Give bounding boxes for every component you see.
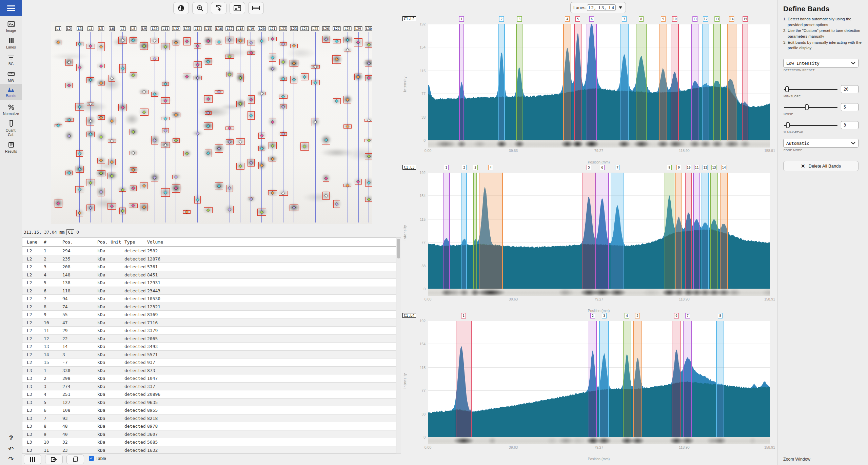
- band-region-3[interactable]: [599, 321, 609, 437]
- table-row[interactable]: L26118kDadetected23443: [22, 287, 396, 295]
- band-region-13[interactable]: [713, 24, 721, 140]
- lane-label[interactable]: L26: [322, 26, 330, 31]
- column-header[interactable]: Pos. Unit: [97, 238, 121, 247]
- lane-line[interactable]: [187, 32, 187, 222]
- redo-icon[interactable]: ↷: [0, 455, 22, 463]
- lane-line[interactable]: [58, 32, 58, 222]
- slider-thumb[interactable]: [805, 104, 809, 110]
- lane-label[interactable]: L5: [98, 26, 104, 31]
- table-row[interactable]: L33274kDadetected337: [22, 382, 396, 390]
- slider-track[interactable]: [784, 89, 837, 90]
- band-number-label[interactable]: 5: [587, 165, 591, 170]
- band-number-label[interactable]: 3: [602, 313, 607, 318]
- lane-line[interactable]: [240, 32, 240, 222]
- band-number-label[interactable]: 2: [462, 165, 467, 170]
- band-number-label[interactable]: 2: [499, 16, 504, 22]
- table-row[interactable]: L2794kDadetected10530: [22, 294, 396, 303]
- band-region-2[interactable]: [461, 173, 467, 289]
- lane-label[interactable]: L17: [226, 26, 234, 31]
- table-scrollbar[interactable]: [396, 237, 401, 454]
- lane-line[interactable]: [315, 32, 316, 222]
- band-region-1[interactable]: [443, 173, 450, 289]
- menu-icon[interactable]: [0, 0, 22, 16]
- band-region-5[interactable]: [633, 321, 642, 437]
- table-row[interactable]: L32298kDadetected1047: [22, 374, 396, 382]
- edge-mode-select[interactable]: Automatic: [783, 139, 859, 148]
- band-number-label[interactable]: 1: [459, 16, 464, 22]
- sidebar-item-bg[interactable]: BG: [0, 52, 22, 68]
- table-row[interactable]: L2874kDadetected12321: [22, 303, 396, 311]
- lane-line[interactable]: [144, 32, 144, 222]
- lane-label[interactable]: L11: [161, 26, 169, 31]
- band-number-label[interactable]: 14: [721, 165, 726, 170]
- lane-line[interactable]: [176, 32, 176, 222]
- chart-plot-area[interactable]: [428, 173, 770, 289]
- band-number-label[interactable]: 2: [590, 313, 595, 318]
- contrast-button[interactable]: [173, 2, 189, 14]
- slider-track[interactable]: [784, 125, 837, 126]
- lane-label[interactable]: L12: [172, 26, 180, 31]
- table-row[interactable]: L31032kDadetected5685: [22, 438, 396, 446]
- delete-all-bands-button[interactable]: ✕ Delete All Bands: [783, 161, 859, 171]
- gel-image-canvas[interactable]: L1L2L3L4L5L6L7L8L9L10L11L12L13L14L15L16L…: [51, 22, 372, 224]
- lane-line[interactable]: [219, 32, 219, 222]
- pan-button[interactable]: [211, 2, 226, 14]
- band-region-2[interactable]: [498, 24, 505, 140]
- lane-label[interactable]: L4: [87, 26, 93, 31]
- band-region-15[interactable]: [742, 24, 748, 140]
- lane-label[interactable]: L24: [301, 26, 309, 31]
- lane-label[interactable]: L20: [258, 26, 266, 31]
- lane-label[interactable]: L13: [183, 26, 191, 31]
- table-row[interactable]: L31123kDadetected1632: [22, 446, 396, 454]
- export-button[interactable]: [45, 454, 63, 464]
- lane-label[interactable]: L14: [194, 26, 201, 31]
- detection-preset-select[interactable]: Low Intensity: [783, 59, 859, 67]
- band-number-label[interactable]: 1: [444, 165, 449, 170]
- column-header[interactable]: Lane: [27, 238, 37, 247]
- band-number-label[interactable]: 13: [714, 16, 719, 22]
- band-region-14[interactable]: [727, 24, 736, 140]
- lane-line[interactable]: [133, 32, 133, 222]
- help-icon[interactable]: ?: [0, 434, 22, 442]
- table-row[interactable]: L2955kDadetected8369: [22, 310, 396, 318]
- lane-label[interactable]: L29: [354, 26, 362, 31]
- table-row[interactable]: L3848kDadetected8978: [22, 422, 396, 430]
- column-header[interactable]: #: [44, 238, 46, 247]
- noise-value-field[interactable]: 5: [841, 103, 859, 111]
- lane-label[interactable]: L23: [290, 26, 298, 31]
- band-region-9[interactable]: [659, 24, 667, 140]
- column-header[interactable]: Pos.: [62, 238, 73, 247]
- lane-label[interactable]: L2: [66, 26, 72, 31]
- table-row[interactable]: L215-7kDadetected937: [22, 358, 396, 366]
- undo-icon[interactable]: ↶: [0, 445, 22, 453]
- band-region-10[interactable]: [685, 173, 692, 289]
- band-region-1[interactable]: [459, 24, 464, 140]
- band-region-4[interactable]: [623, 321, 631, 437]
- band-number-label[interactable]: 14: [729, 16, 734, 22]
- table-row[interactable]: L3940kDadetected3607: [22, 430, 396, 438]
- band-region-2[interactable]: [589, 321, 597, 437]
- lane-label[interactable]: L25: [311, 26, 319, 31]
- band-number-label[interactable]: 8: [718, 313, 723, 318]
- band-region-6[interactable]: [587, 24, 597, 140]
- table-row[interactable]: L21047kDadetected7116: [22, 318, 396, 327]
- lane-label[interactable]: L15: [204, 26, 212, 31]
- band-region-4[interactable]: [479, 173, 503, 289]
- band-number-label[interactable]: 3: [517, 16, 522, 22]
- band-number-label[interactable]: 10: [686, 165, 691, 170]
- band-region-6[interactable]: [595, 173, 609, 289]
- band-region-11[interactable]: [693, 173, 700, 289]
- table-row[interactable]: L25138kDadetected12931: [22, 278, 396, 287]
- band-number-label[interactable]: 6: [600, 165, 605, 170]
- band-number-label[interactable]: 7: [622, 16, 627, 22]
- lane-line[interactable]: [251, 32, 251, 222]
- band-region-12[interactable]: [702, 24, 709, 140]
- lane-label[interactable]: L28: [343, 26, 351, 31]
- table-row[interactable]: L21294kDadetected2582: [22, 247, 396, 255]
- band-number-label[interactable]: 12: [703, 165, 708, 170]
- table-row[interactable]: L22235kDadetected12876: [22, 255, 396, 263]
- band-number-label[interactable]: 8: [667, 165, 672, 170]
- band-region-10[interactable]: [671, 24, 679, 140]
- copy-button[interactable]: [66, 454, 84, 464]
- band-region-11[interactable]: [691, 24, 698, 140]
